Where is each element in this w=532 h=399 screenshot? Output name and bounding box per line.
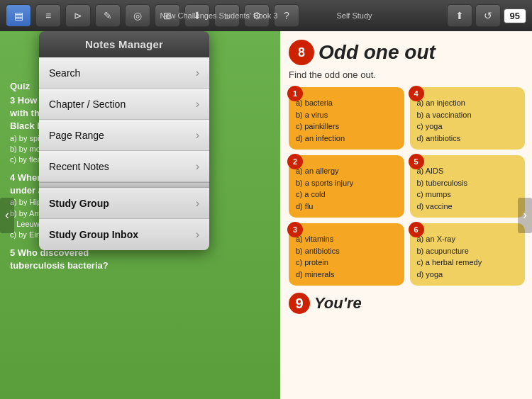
bookmark-button[interactable]: ⊳ <box>65 4 91 27</box>
refresh-icon: ↺ <box>484 10 492 21</box>
card-content-3: a) vitamins b) antibiotics c) protein d)… <box>296 229 397 280</box>
chevron-right-icon: › <box>196 67 199 79</box>
quiz-question-5: 5 Who discoveredtuberculosis bacteria? <box>10 247 270 272</box>
answer-card-2: 2 a) an allergy b) a sports injury c) a … <box>289 155 404 218</box>
book-title: New Challenges Students' Book 3 Self Stu… <box>160 11 372 20</box>
answer-card-5: 5 a) AIDS b) tuberculosis c) mumps d) va… <box>410 155 526 218</box>
pen-button[interactable]: ✎ <box>95 4 121 27</box>
answer-card-1: 1 a) bacteria b) a virus c) painkillers … <box>289 87 404 150</box>
top-bar-right: ⬆ ↺ 95 <box>447 4 526 27</box>
menu-item-search[interactable]: Search › <box>39 57 209 89</box>
share-icon: ⬆ <box>455 10 464 21</box>
chevron-right-icon: › <box>196 98 199 111</box>
page-title: Odd one out <box>318 41 436 64</box>
card-number-5: 5 <box>409 154 424 169</box>
card-content-5: a) AIDS b) tuberculosis c) mumps d) vacc… <box>417 161 519 212</box>
menu-item-recent-notes[interactable]: Recent Notes › <box>39 151 209 182</box>
card-number-2: 2 <box>287 154 303 169</box>
chevron-right-icon: › <box>196 197 199 210</box>
arrow-left-icon: ‹ <box>5 208 9 223</box>
menu-item-chapter-section[interactable]: Chapter / Section › <box>39 89 209 120</box>
card-number-3: 3 <box>287 222 303 237</box>
next-page-arrow[interactable]: › <box>518 198 532 233</box>
bookmark-icon: ⊳ <box>74 10 82 21</box>
card-content-4: a) an injection b) a vaccination c) yoga… <box>417 93 519 144</box>
pen-icon: ✎ <box>104 10 112 21</box>
card-number-1: 1 <box>287 86 303 101</box>
menu-item-study-group[interactable]: Study Group › <box>39 188 209 219</box>
menu-item-page-range[interactable]: Page Range › <box>39 120 209 151</box>
answer-cards-grid: 1 a) bacteria b) a virus c) painkillers … <box>289 87 525 286</box>
menu-divider <box>39 182 209 188</box>
main-content: ‹ Quiz 3 How was Europe infectedwith the… <box>0 31 532 399</box>
barcode-button[interactable]: ▤ <box>6 4 31 27</box>
chevron-right-icon: › <box>196 129 199 142</box>
glasses-icon: ◎ <box>133 10 142 21</box>
next-section-title: You're <box>314 294 362 313</box>
notes-manager-title: Notes Manager <box>39 31 209 57</box>
top-bar: ▤ ≡ ⊳ ✎ ◎ ⊞ ⬇ ⌕ ⚙ ? New Challenges Stude <box>0 0 532 31</box>
list-button[interactable]: ≡ <box>35 4 61 27</box>
card-number-4: 4 <box>409 86 424 101</box>
chevron-right-icon: › <box>196 160 199 173</box>
page-subtitle: Find the odd one out. <box>289 69 525 80</box>
answer-card-3: 3 a) vitamins b) antibiotics c) protein … <box>289 223 404 286</box>
card-content-6: a) an X-ray b) acupuncture c) a herbal r… <box>417 229 519 280</box>
arrow-right-icon: › <box>523 208 527 223</box>
refresh-button[interactable]: ↺ <box>475 4 501 27</box>
card-number-6: 6 <box>409 222 424 237</box>
section-number: 8 <box>289 40 314 65</box>
card-content-2: a) an allergy b) a sports injury c) a co… <box>296 161 397 212</box>
barcode-icon: ▤ <box>14 10 23 21</box>
share-button[interactable]: ⬆ <box>447 4 472 27</box>
menu-item-study-group-inbox[interactable]: Study Group Inbox › <box>39 219 209 250</box>
right-page: › 8 Odd one out Find the odd one out. 1 … <box>280 31 532 399</box>
answer-card-4: 4 a) an injection b) a vaccination c) yo… <box>410 87 526 150</box>
left-page: ‹ Quiz 3 How was Europe infectedwith the… <box>0 31 280 399</box>
glasses-button[interactable]: ◎ <box>125 4 150 27</box>
next-section-preview: 9 You're <box>289 293 525 314</box>
answer-card-6: 6 a) an X-ray b) acupuncture c) a herbal… <box>410 223 526 286</box>
list-icon: ≡ <box>45 10 51 21</box>
page-header: 8 Odd one out <box>289 40 525 65</box>
next-section-num: 9 <box>289 293 310 314</box>
prev-page-arrow[interactable]: ‹ <box>0 198 14 233</box>
chevron-right-icon: › <box>196 228 199 241</box>
notes-manager-dropdown: Notes Manager Search › Chapter / Section… <box>39 31 209 250</box>
card-content-1: a) bacteria b) a virus c) painkillers d)… <box>296 93 397 144</box>
page-number[interactable]: 95 <box>504 9 526 23</box>
